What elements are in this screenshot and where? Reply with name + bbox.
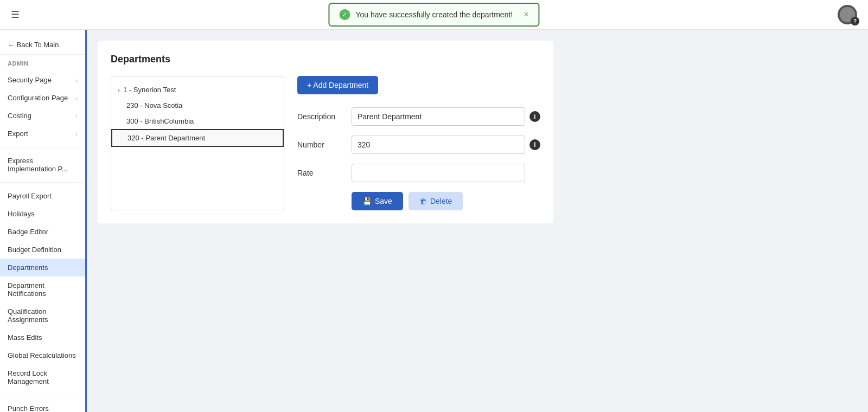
chevron-right-icon: › — [75, 77, 78, 83]
save-label: Save — [375, 197, 392, 205]
number-info-icon[interactable]: i — [529, 139, 540, 150]
sidebar-item-express-impl[interactable]: Express Implementation P... — [0, 152, 85, 178]
rate-field: Rate — [297, 164, 540, 182]
add-department-button[interactable]: + Add Department — [297, 76, 378, 94]
sidebar-divider — [0, 147, 85, 147]
sidebar-item-badge-editor[interactable]: Badge Editor — [0, 223, 85, 241]
description-label: Description — [297, 112, 352, 121]
back-to-main[interactable]: ← Back To Main — [0, 35, 85, 55]
topbar: ☰ ✓ You have successfully created the de… — [0, 0, 868, 30]
sidebar-item-label: Export — [8, 130, 28, 138]
success-toast: ✓ You have successfully created the depa… — [328, 3, 539, 27]
topbar-right: ? — [838, 5, 857, 24]
save-icon: 💾 — [362, 197, 372, 205]
sidebar-item-holidays[interactable]: Holidays — [0, 205, 85, 223]
save-button[interactable]: 💾 Save — [352, 192, 403, 210]
sidebar-divider-3 — [0, 395, 85, 395]
tree-arrow-icon: › — [118, 86, 120, 94]
content-area: Departments › 1 - Synerion Test 230 - No… — [87, 30, 868, 412]
sidebar-item-dept-notifications[interactable]: Department Notifications — [0, 276, 85, 302]
delete-icon: 🗑 — [419, 197, 427, 205]
tree-item-synerion-test[interactable]: › 1 - Synerion Test — [111, 82, 284, 98]
sidebar-item-mass-edits[interactable]: Mass Edits — [0, 329, 85, 346]
page-title: Departments — [111, 54, 540, 65]
tree-item-nova-scotia[interactable]: 230 - Nova Scotia — [111, 98, 284, 113]
sidebar-section-admin: ADMIN — [0, 58, 85, 71]
rate-label: Rate — [297, 169, 352, 177]
topbar-center: ✓ You have successfully created the depa… — [328, 3, 539, 27]
number-field: Number i — [297, 136, 540, 154]
toast-close-button[interactable]: × — [518, 10, 528, 20]
sidebar-item-export[interactable]: Export › — [0, 125, 85, 143]
sidebar-item-global-recalculations[interactable]: Global Recalculations — [0, 346, 85, 364]
sidebar-divider-2 — [0, 182, 85, 183]
help-avatar[interactable]: ? — [838, 5, 857, 24]
help-badge-icon: ? — [851, 17, 859, 25]
sidebar-item-configuration-page[interactable]: Configuration Page › — [0, 89, 85, 107]
departments-card: Departments › 1 - Synerion Test 230 - No… — [98, 41, 553, 223]
delete-label: Delete — [430, 197, 452, 205]
dept-tree: › 1 - Synerion Test 230 - Nova Scotia 30… — [111, 76, 284, 210]
sidebar-item-label: Costing — [8, 112, 31, 120]
tree-item-label: 1 - Synerion Test — [123, 86, 176, 94]
toast-check-icon: ✓ — [339, 9, 350, 20]
chevron-right-icon: › — [75, 131, 78, 137]
tree-item-british-columbia[interactable]: 300 - BritishColumbia — [111, 113, 284, 129]
sidebar-item-label: Security Page — [8, 76, 52, 84]
delete-button[interactable]: 🗑 Delete — [409, 192, 463, 210]
tree-item-parent-department[interactable]: 320 - Parent Department — [111, 129, 284, 147]
sidebar: ← Back To Main ADMIN Security Page › Con… — [0, 30, 87, 412]
rate-input[interactable] — [352, 164, 525, 182]
chevron-right-icon: › — [75, 95, 78, 101]
form-actions: 💾 Save 🗑 Delete — [297, 192, 540, 210]
sidebar-item-payroll-export[interactable]: Payroll Export — [0, 187, 85, 205]
chevron-right-icon: › — [75, 113, 78, 119]
toast-message: You have successfully created the depart… — [355, 10, 513, 19]
description-input[interactable] — [352, 107, 525, 126]
tree-item-label: 230 - Nova Scotia — [126, 101, 182, 110]
sidebar-item-budget-definition[interactable]: Budget Definition — [0, 241, 85, 259]
dept-form: + Add Department Description i Number i … — [297, 76, 540, 210]
main-layout: ← Back To Main ADMIN Security Page › Con… — [0, 30, 868, 412]
sidebar-item-label: Departments — [8, 263, 48, 272]
number-label: Number — [297, 140, 352, 149]
topbar-left: ☰ — [11, 9, 20, 21]
sidebar-item-costing[interactable]: Costing › — [0, 107, 85, 125]
dept-layout: › 1 - Synerion Test 230 - Nova Scotia 30… — [111, 76, 540, 210]
tree-item-label: 300 - BritishColumbia — [126, 117, 194, 125]
tree-item-label: 320 - Parent Department — [127, 134, 205, 142]
description-field: Description i — [297, 107, 540, 126]
sidebar-item-qualification-assignments[interactable]: Qualification Assignments — [0, 302, 85, 329]
description-info-icon[interactable]: i — [529, 111, 540, 122]
sidebar-item-punch-errors[interactable]: Punch Errors — [0, 400, 85, 412]
sidebar-item-label: Configuration Page — [8, 94, 68, 102]
sidebar-item-record-lock-management[interactable]: Record Lock Management — [0, 364, 85, 390]
number-input[interactable] — [352, 136, 525, 154]
hamburger-icon[interactable]: ☰ — [11, 9, 20, 21]
sidebar-item-security-page[interactable]: Security Page › — [0, 71, 85, 89]
sidebar-item-departments[interactable]: Departments — [0, 259, 85, 276]
